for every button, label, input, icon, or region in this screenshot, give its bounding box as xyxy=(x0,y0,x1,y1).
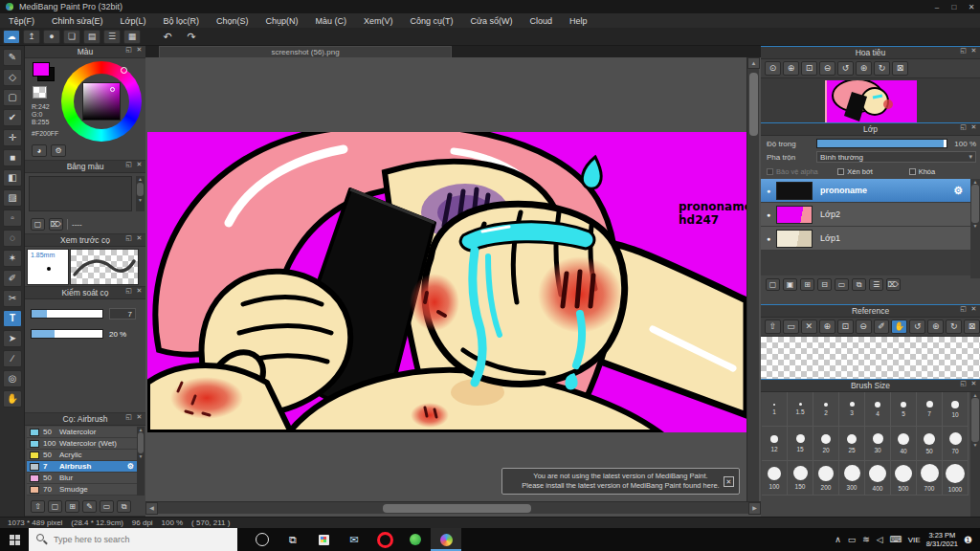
brush-size-option[interactable]: 25 xyxy=(839,427,865,461)
close-icon[interactable]: ✕ xyxy=(135,287,144,295)
gradient-tool[interactable]: ▨ xyxy=(3,189,22,207)
bucket-tool[interactable]: ◧ xyxy=(3,169,22,187)
layer-checkbox[interactable]: Khóa xyxy=(909,167,976,176)
menu-item[interactable]: Xem(V) xyxy=(355,13,402,28)
tray-expand-icon[interactable]: ∧ xyxy=(835,535,841,544)
brush-size-option[interactable]: 400 xyxy=(865,461,891,496)
magic-wand-tool[interactable]: ✶ xyxy=(3,250,22,267)
close-icon[interactable]: ✕ xyxy=(969,47,978,55)
brush-size-option[interactable]: 2 xyxy=(813,392,839,427)
redo-button[interactable]: ↷ xyxy=(181,30,202,44)
add-brush-button[interactable]: ▢ xyxy=(48,500,62,513)
search-input[interactable] xyxy=(54,535,226,544)
reset-view-icon[interactable]: ⊛ xyxy=(927,320,944,334)
blend-mode-select[interactable]: Bình thường ▾ xyxy=(816,151,976,163)
document-tab[interactable]: screenshot (56).png xyxy=(159,46,452,57)
reset-view-icon[interactable]: ⊛ xyxy=(856,61,872,76)
action-center-icon[interactable]: ❶ xyxy=(964,535,972,545)
zoom-out-icon[interactable]: ⊖ xyxy=(819,61,835,76)
select-eraser-tool[interactable]: ✂ xyxy=(3,290,22,307)
layer-opacity-slider[interactable] xyxy=(816,139,947,148)
ime-icon[interactable]: ⌨ xyxy=(890,535,902,544)
chat-button[interactable]: ❏ xyxy=(63,30,80,44)
gear-icon[interactable]: ⚙ xyxy=(953,185,963,197)
battery-icon[interactable]: ▭ xyxy=(848,535,857,544)
close-icon[interactable]: ✕ xyxy=(135,161,144,168)
brush-item[interactable]: 50 Blur ⚙ xyxy=(27,473,137,484)
brush-opacity-slider[interactable] xyxy=(31,329,103,339)
brush-size-option[interactable]: 5 xyxy=(891,392,917,427)
menu-item[interactable]: Tệp(F) xyxy=(0,13,43,28)
brush-size-option[interactable]: 10 xyxy=(943,392,969,427)
popout-icon[interactable]: ◱ xyxy=(959,47,968,55)
menu-item[interactable]: Cloud xyxy=(522,13,562,28)
settings-list-button[interactable]: ☰ xyxy=(103,30,121,44)
brush-size-option[interactable]: 200 xyxy=(813,461,839,496)
close-icon[interactable]: ✕ xyxy=(135,234,144,242)
taskbar-medibang[interactable] xyxy=(431,528,461,551)
eraser-tool[interactable]: ◇ xyxy=(3,69,22,86)
popout-icon[interactable]: ◱ xyxy=(124,413,133,421)
close-button[interactable]: ✕ xyxy=(963,0,980,13)
menu-item[interactable]: Chọn(S) xyxy=(208,13,257,28)
menu-item[interactable]: Lớp(L) xyxy=(112,13,155,28)
language-indicator[interactable]: VIE xyxy=(908,536,921,544)
add-layer-menu-button[interactable]: ⊟ xyxy=(817,278,832,291)
brush-size-option[interactable]: 3 xyxy=(839,392,865,427)
layer-visibility-dot[interactable]: ● xyxy=(761,211,776,218)
open-folder-icon[interactable]: ▭ xyxy=(783,320,799,334)
notification-close-icon[interactable]: ✕ xyxy=(724,476,734,487)
select-pen-tool[interactable]: ✐ xyxy=(3,270,22,287)
eyedropper-icon[interactable]: ✐ xyxy=(874,320,890,334)
brush-size-option[interactable]: 150 xyxy=(788,461,813,496)
horizontal-scroll-thumb[interactable] xyxy=(383,504,531,513)
rotate-left-icon[interactable]: ↺ xyxy=(837,61,854,76)
menu-item[interactable]: Bộ lọc(R) xyxy=(154,13,208,28)
brush-size-option[interactable]: 7 xyxy=(917,392,943,427)
saturation-square[interactable] xyxy=(82,82,121,121)
rotate-right-icon[interactable]: ↻ xyxy=(946,320,962,334)
volume-icon[interactable]: ◁ xyxy=(877,535,883,544)
color-wheel[interactable] xyxy=(61,61,142,142)
close-icon[interactable]: ✕ xyxy=(969,123,978,131)
popout-icon[interactable]: ◱ xyxy=(959,123,968,131)
marquee-tool[interactable]: ▢ xyxy=(3,89,22,106)
scroll-right-icon[interactable]: ▶ xyxy=(748,502,761,515)
brush-size-option[interactable]: 1.5 xyxy=(788,392,813,427)
grid-button[interactable]: ▦ xyxy=(123,30,141,44)
brush-size-option[interactable]: 15 xyxy=(788,427,813,461)
brush-size-scrollbar[interactable]: ▲▼ xyxy=(970,392,980,517)
brush-item-airbrush[interactable]: 7 Airbrush ⚙ xyxy=(27,461,137,473)
brush-size-value[interactable]: 7 xyxy=(109,308,136,320)
close-icon[interactable]: ✕ xyxy=(135,413,144,421)
shape-tool[interactable]: ■ xyxy=(3,149,22,166)
add-1bit-layer-button[interactable]: ⊞ xyxy=(800,278,814,291)
brush-size-option[interactable]: 100 xyxy=(762,461,788,496)
brush-item[interactable]: 100 Watercolor (Wet) ⚙ xyxy=(27,438,137,450)
layer-folder-button[interactable]: ▭ xyxy=(835,278,849,291)
vertical-scroll-thumb[interactable] xyxy=(749,73,758,136)
undo-button[interactable]: ↶ xyxy=(157,30,178,44)
palette-list[interactable] xyxy=(29,176,132,211)
comment-button[interactable]: ● xyxy=(43,30,60,44)
brush-tool[interactable]: ✎ xyxy=(3,49,22,66)
edit-brush-button[interactable]: ✎ xyxy=(82,500,97,513)
layer-checkbox[interactable]: Xén bớt xyxy=(837,167,904,176)
brush-scrollbar[interactable]: ▲▼ xyxy=(137,427,145,496)
brush-size-option[interactable]: 500 xyxy=(891,461,917,496)
curve-tool[interactable]: ✔ xyxy=(3,109,22,126)
lock-icon[interactable]: ⊠ xyxy=(892,61,908,76)
wifi-icon[interactable]: ≋ xyxy=(862,535,870,544)
clear-icon[interactable]: ✕ xyxy=(801,320,817,334)
layer-row-lop2[interactable]: ● Lớp2 ⚙ xyxy=(761,203,970,227)
taskbar-opera[interactable] xyxy=(369,528,400,551)
close-icon[interactable]: ✕ xyxy=(969,380,978,387)
add-brush-menu-button[interactable]: ⊞ xyxy=(65,500,79,513)
brush-item[interactable]: 50 Watercolor ⚙ xyxy=(27,427,137,438)
hand-icon[interactable]: ✋ xyxy=(891,320,907,334)
color-settings-button[interactable]: ⚙ xyxy=(51,144,66,157)
brush-size-option[interactable]: 20 xyxy=(813,427,839,461)
layer-scrollbar[interactable]: ▲▼ xyxy=(970,179,980,278)
layer-visibility-dot[interactable]: ● xyxy=(761,235,776,242)
taskbar-store[interactable] xyxy=(308,528,339,551)
